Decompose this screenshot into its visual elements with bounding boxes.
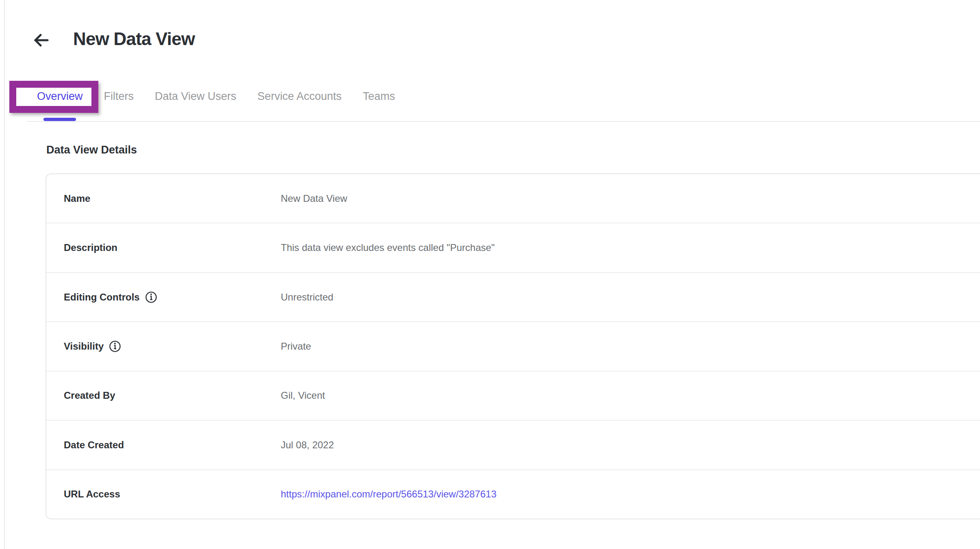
row-value: Jul 08, 2022 [281, 439, 334, 451]
row-label-cell: Editing Controls [64, 291, 281, 303]
table-row: NameNew Data View [46, 174, 980, 223]
tab-overview[interactable]: Overview [37, 90, 83, 102]
panel-left-border [4, 0, 5, 549]
info-icon[interactable] [109, 340, 121, 352]
row-label: Created By [64, 390, 115, 401]
table-row: DescriptionThis data view excludes event… [46, 223, 980, 272]
row-label: URL Access [64, 488, 120, 500]
tab-filters[interactable]: Filters [104, 90, 134, 102]
row-value: New Data View [281, 193, 347, 204]
active-tab-indicator [43, 118, 76, 121]
row-label: Name [64, 193, 90, 204]
table-row: Date CreatedJul 08, 2022 [46, 421, 980, 470]
data-view-settings-page: New Data View OverviewFiltersData View U… [0, 0, 980, 549]
row-value: Unrestricted [281, 292, 333, 303]
row-value: Gil, Vicent [281, 390, 325, 401]
page-title: New Data View [73, 28, 195, 50]
row-label-cell: Date Created [64, 439, 281, 451]
row-label-cell: Created By [64, 390, 281, 401]
row-label-cell: URL Access [64, 488, 281, 500]
table-row: URL Accesshttps://mixpanel.com/report/56… [46, 470, 980, 519]
tab-service-accounts[interactable]: Service Accounts [258, 90, 342, 102]
row-label-cell: Description [64, 242, 281, 253]
tab-bar: OverviewFiltersData View UsersService Ac… [0, 90, 980, 102]
back-arrow-icon [32, 44, 50, 50]
row-value: This data view excludes events called "P… [281, 242, 495, 253]
row-label-cell: Name [64, 193, 281, 204]
row-value: Private [281, 341, 311, 352]
info-icon[interactable] [145, 291, 157, 303]
row-label: Description [64, 242, 117, 253]
table-row: Editing ControlsUnrestricted [46, 273, 980, 322]
section-title: Data View Details [46, 144, 137, 156]
table-row: Created ByGil, Vicent [46, 372, 980, 421]
table-row: VisibilityPrivate [46, 322, 980, 371]
tab-data-view-users[interactable]: Data View Users [155, 90, 236, 102]
url-access-link[interactable]: https://mixpanel.com/report/566513/view/… [281, 488, 497, 500]
row-label: Visibility [64, 341, 104, 352]
row-label-cell: Visibility [64, 340, 281, 352]
back-button[interactable] [32, 31, 50, 49]
row-label: Editing Controls [64, 292, 140, 303]
data-view-details-card: NameNew Data ViewDescriptionThis data vi… [46, 173, 980, 519]
row-label: Date Created [64, 439, 124, 451]
tab-teams[interactable]: Teams [363, 90, 395, 102]
tab-bar-divider [27, 121, 980, 122]
